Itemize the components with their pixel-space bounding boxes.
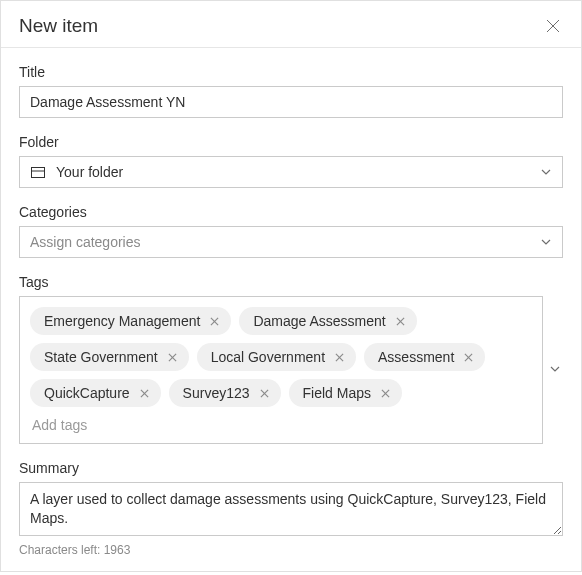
tags-field: Tags Emergency ManagementDamage Assessme… xyxy=(19,274,563,444)
summary-textarea[interactable] xyxy=(19,482,563,536)
tag-label: Survey123 xyxy=(183,385,250,401)
close-icon xyxy=(260,389,269,398)
categories-label: Categories xyxy=(19,204,563,220)
tag-label: Emergency Management xyxy=(44,313,200,329)
tag-chip: QuickCapture xyxy=(30,379,161,407)
tag-remove-button[interactable] xyxy=(168,353,177,362)
folder-label: Folder xyxy=(19,134,563,150)
close-icon xyxy=(545,18,561,34)
tag-label: Field Maps xyxy=(303,385,371,401)
categories-placeholder: Assign categories xyxy=(30,234,141,250)
tag-chip: Field Maps xyxy=(289,379,402,407)
folder-value: Your folder xyxy=(56,164,123,180)
close-icon xyxy=(168,353,177,362)
tag-remove-button[interactable] xyxy=(140,389,149,398)
title-label: Title xyxy=(19,64,563,80)
tag-remove-button[interactable] xyxy=(210,317,219,326)
tags-expand-button[interactable] xyxy=(547,358,563,382)
tag-chip: Assessment xyxy=(364,343,485,371)
add-tags-input[interactable] xyxy=(30,415,532,437)
summary-label: Summary xyxy=(19,460,563,476)
tag-chip: Damage Assessment xyxy=(239,307,416,335)
folder-icon xyxy=(30,164,46,180)
close-icon xyxy=(210,317,219,326)
tag-chip: State Government xyxy=(30,343,189,371)
close-icon xyxy=(464,353,473,362)
chevron-down-icon xyxy=(540,236,552,248)
tags-box[interactable]: Emergency ManagementDamage AssessmentSta… xyxy=(19,296,543,444)
close-icon xyxy=(140,389,149,398)
title-field: Title xyxy=(19,64,563,118)
title-input[interactable] xyxy=(19,86,563,118)
tag-label: Local Government xyxy=(211,349,325,365)
close-icon xyxy=(335,353,344,362)
tag-label: Damage Assessment xyxy=(253,313,385,329)
new-item-dialog: New item Title Folder xyxy=(0,0,582,572)
svg-rect-2 xyxy=(32,168,45,178)
tag-chip: Local Government xyxy=(197,343,356,371)
chevron-down-icon xyxy=(540,166,552,178)
tag-label: QuickCapture xyxy=(44,385,130,401)
tag-chip: Survey123 xyxy=(169,379,281,407)
folder-field: Folder Your folder xyxy=(19,134,563,188)
close-icon xyxy=(381,389,390,398)
summary-field: Summary Characters left: 1963 xyxy=(19,460,563,557)
characters-left: Characters left: 1963 xyxy=(19,543,563,557)
tag-remove-button[interactable] xyxy=(381,389,390,398)
categories-field: Categories Assign categories xyxy=(19,204,563,258)
close-button[interactable] xyxy=(543,16,563,36)
tags-label: Tags xyxy=(19,274,563,290)
tag-remove-button[interactable] xyxy=(396,317,405,326)
tag-remove-button[interactable] xyxy=(335,353,344,362)
dialog-title: New item xyxy=(19,15,98,37)
folder-select[interactable]: Your folder xyxy=(19,156,563,188)
tag-chip: Emergency Management xyxy=(30,307,231,335)
tag-remove-button[interactable] xyxy=(464,353,473,362)
tag-label: Assessment xyxy=(378,349,454,365)
close-icon xyxy=(396,317,405,326)
chevron-down-icon xyxy=(549,363,561,375)
tag-remove-button[interactable] xyxy=(260,389,269,398)
dialog-header: New item xyxy=(1,1,581,48)
tag-label: State Government xyxy=(44,349,158,365)
categories-select[interactable]: Assign categories xyxy=(19,226,563,258)
